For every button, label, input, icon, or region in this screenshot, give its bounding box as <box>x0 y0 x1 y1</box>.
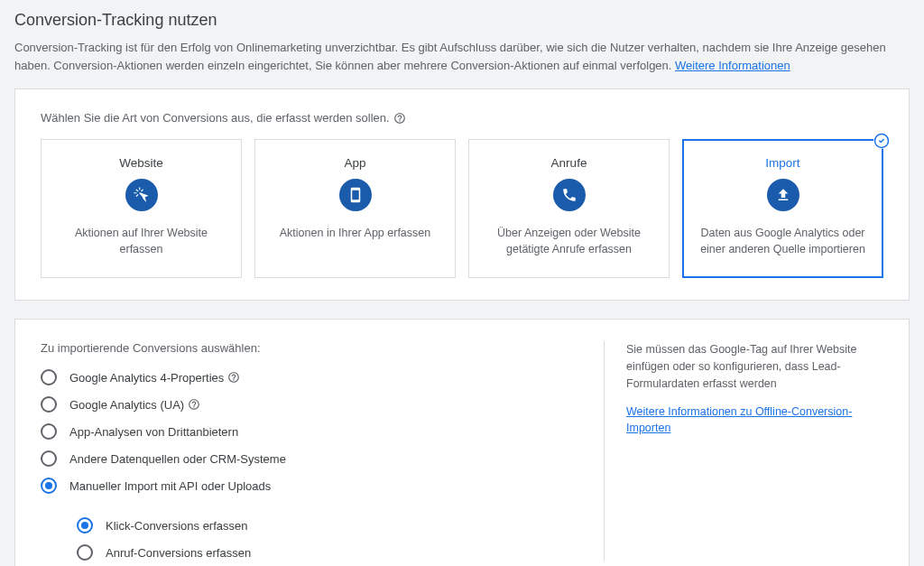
radio-call-conv[interactable]: Anruf-Conversions erfassen <box>77 544 559 561</box>
radio-circle <box>41 423 57 440</box>
page-title: Conversion-Tracking nutzen <box>14 11 910 30</box>
upload-icon <box>767 179 799 211</box>
radio-manual[interactable]: Manueller Import mit API oder Uploads <box>41 478 559 494</box>
type-select-text: Wählen Sie die Art von Conversions aus, … <box>41 111 390 125</box>
help-icon[interactable] <box>188 398 200 411</box>
card-app-title: App <box>344 156 365 170</box>
radio-list: Google Analytics 4-Properties Google Ana… <box>41 369 559 561</box>
cards-row: Website Aktionen auf Ihrer Website erfas… <box>41 139 883 278</box>
radio-ua-label: Google Analytics (UA) <box>69 398 200 412</box>
help-icon[interactable] <box>227 371 240 384</box>
radio-circle <box>41 450 57 467</box>
conversion-type-panel: Wählen Sie die Art von Conversions aus, … <box>14 88 910 301</box>
help-icon[interactable] <box>393 112 406 125</box>
nested-radio-list: Klick-Conversions erfassen Anruf-Convers… <box>77 517 559 561</box>
phone-icon <box>553 179 586 211</box>
radio-circle <box>41 478 57 494</box>
offline-import-link[interactable]: Weitere Informationen zu Offline-Convers… <box>626 405 852 434</box>
radio-thirdparty[interactable]: App-Analysen von Drittanbietern <box>41 423 559 440</box>
card-website[interactable]: Website Aktionen auf Ihrer Website erfas… <box>41 139 242 278</box>
card-import-title: Import <box>765 156 799 170</box>
import-select-label: Zu importierende Conversions auswählen: <box>41 341 559 355</box>
radio-ga4-label: Google Analytics 4-Properties <box>69 371 240 385</box>
radio-other-crm-label: Andere Datenquellen oder CRM-Systeme <box>69 452 286 466</box>
radio-manual-label: Manueller Import mit API oder Uploads <box>69 479 271 493</box>
card-import[interactable]: Import Daten aus Google Analytics oder e… <box>682 139 883 278</box>
card-website-title: Website <box>119 156 163 170</box>
card-website-desc: Aktionen auf Ihrer Website erfassen <box>54 226 228 257</box>
radio-ua[interactable]: Google Analytics (UA) <box>41 396 559 413</box>
radio-circle <box>77 517 93 534</box>
card-app[interactable]: App Aktionen in Ihrer App erfassen <box>254 139 456 278</box>
card-app-desc: Aktionen in Ihrer App erfassen <box>280 226 430 242</box>
cursor-click-icon <box>125 179 158 211</box>
radio-click-label: Klick-Conversions erfassen <box>106 519 248 533</box>
card-calls[interactable]: Anrufe Über Anzeigen oder Website getäti… <box>468 139 670 278</box>
import-options-panel: Zu importierende Conversions auswählen: … <box>14 319 910 566</box>
radio-thirdparty-label: App-Analysen von Drittanbietern <box>69 425 238 439</box>
card-import-desc: Daten aus Google Analytics oder einer an… <box>696 226 870 257</box>
type-select-label: Wählen Sie die Art von Conversions aus, … <box>41 111 883 125</box>
radio-other-crm[interactable]: Andere Datenquellen oder CRM-Systeme <box>41 450 559 467</box>
radio-circle <box>41 369 57 385</box>
radio-circle <box>41 396 57 413</box>
radio-ga4[interactable]: Google Analytics 4-Properties <box>41 369 559 385</box>
mobile-icon <box>339 179 372 211</box>
card-calls-desc: Über Anzeigen oder Website getätigte Anr… <box>482 226 656 257</box>
check-icon <box>873 133 890 149</box>
import-options-left: Zu importierende Conversions auswählen: … <box>41 341 577 561</box>
radio-call-label: Anruf-Conversions erfassen <box>106 546 251 560</box>
radio-circle <box>77 544 93 561</box>
radio-click-conv[interactable]: Klick-Conversions erfassen <box>77 517 559 534</box>
import-info-right: Sie müssen das Google-Tag auf Ihrer Webs… <box>604 341 883 561</box>
info-text: Sie müssen das Google-Tag auf Ihrer Webs… <box>626 341 883 392</box>
learn-more-link[interactable]: Weitere Informationen <box>675 59 790 72</box>
card-calls-title: Anrufe <box>551 156 587 170</box>
page-description: Conversion-Tracking ist für den Erfolg v… <box>14 39 910 74</box>
